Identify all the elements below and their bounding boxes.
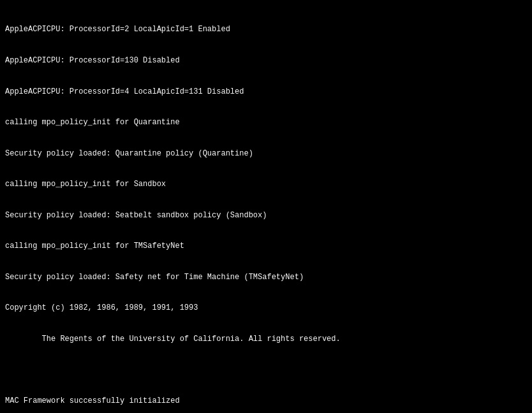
line-4: calling mpo_policy_init for Quarantine — [5, 117, 527, 127]
line-1: AppleACPICPU: ProcessorId=2 LocalApicId=… — [5, 24, 527, 34]
line-5: Security policy loaded: Quarantine polic… — [5, 149, 527, 159]
line-2: AppleACPICPU: ProcessorId=130 Disabled — [5, 55, 527, 66]
line-8: calling mpo_policy_init for TMSafetyNet — [5, 241, 527, 251]
line-10: Copyright (c) 1982, 1986, 1989, 1991, 19… — [5, 303, 527, 313]
line-13: MAC Framework successfully initialized — [5, 396, 527, 406]
terminal-window: AppleACPICPU: ProcessorId=2 LocalApicId=… — [0, 0, 532, 413]
line-3: AppleACPICPU: ProcessorId=4 LocalApicId=… — [5, 87, 527, 97]
line-12 — [5, 365, 527, 375]
line-9: Security policy loaded: Safety net for T… — [5, 272, 527, 282]
line-6: calling mpo_policy_init for Sandbox — [5, 179, 527, 189]
line-7: Security policy loaded: Seatbelt sandbox… — [5, 210, 527, 221]
terminal-output: AppleACPICPU: ProcessorId=2 LocalApicId=… — [5, 4, 527, 413]
line-11: The Regents of the University of Califor… — [5, 334, 527, 344]
